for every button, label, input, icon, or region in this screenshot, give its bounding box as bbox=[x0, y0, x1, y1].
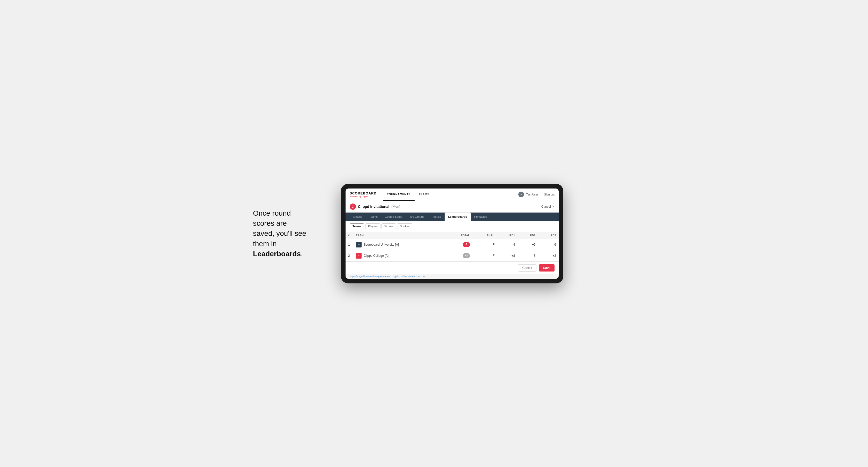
col-team: TEAM bbox=[353, 232, 445, 239]
cell-team: SU Scoreboard University [A] bbox=[353, 239, 445, 250]
tablet-device: SCOREBOARD Powered by clippd TOURNAMENTS… bbox=[341, 184, 563, 283]
bottom-bar: Cancel Save bbox=[345, 261, 559, 274]
description-text: Once round scores are saved, you'll see … bbox=[253, 209, 306, 258]
url-bar: https://stage-blue-coach.stagescorebard.… bbox=[345, 274, 559, 279]
cell-rd1: +8 bbox=[497, 250, 518, 261]
subtab-players[interactable]: Players bbox=[365, 223, 380, 229]
col-total: TOTAL bbox=[445, 232, 472, 239]
close-icon: ✕ bbox=[552, 205, 555, 209]
left-description: Once round scores are saved, you'll see … bbox=[253, 208, 326, 259]
cell-total: +3 bbox=[445, 250, 472, 261]
table-row: 2 C Clippd College [A] +3 F +8 -8 +3 bbox=[345, 250, 559, 261]
col-rd3: RD3 bbox=[538, 232, 559, 239]
tournament-type: (Men) bbox=[391, 205, 400, 209]
tab-details[interactable]: Details bbox=[350, 213, 366, 221]
user-name: Test User bbox=[526, 193, 538, 196]
tab-results[interactable]: Results bbox=[428, 213, 444, 221]
tournament-title-area: C Clippd Invitational (Men) bbox=[350, 204, 400, 210]
col-rd1: RD1 bbox=[497, 232, 518, 239]
subtab-teams[interactable]: Teams bbox=[350, 223, 364, 229]
cell-total: -5 bbox=[445, 239, 472, 250]
cell-team: C Clippd College [A] bbox=[353, 250, 445, 261]
subtab-scores[interactable]: Scores bbox=[381, 223, 396, 229]
tab-printables[interactable]: Printables bbox=[471, 213, 491, 221]
col-thru: THRU bbox=[472, 232, 497, 239]
tab-bar: Details Teams Course Setup Tee Groups Re… bbox=[345, 213, 559, 221]
nav-right: S Test User | Sign out bbox=[518, 192, 555, 197]
cell-rd2: -8 bbox=[518, 250, 538, 261]
col-rd2: RD2 bbox=[518, 232, 538, 239]
cell-rank: 2 bbox=[345, 250, 353, 261]
team-logo: C bbox=[356, 253, 362, 258]
cell-thru: F bbox=[472, 250, 497, 261]
cell-rd2: +5 bbox=[518, 239, 538, 250]
total-badge: -5 bbox=[463, 242, 470, 247]
nav-tournaments[interactable]: TOURNAMENTS bbox=[383, 188, 414, 201]
nav-links: TOURNAMENTS TEAMS bbox=[383, 188, 518, 201]
team-name: Scoreboard University [A] bbox=[364, 243, 399, 246]
cell-rd3: +3 bbox=[538, 250, 559, 261]
cancel-button-top[interactable]: Cancel ✕ bbox=[541, 205, 555, 209]
tablet-screen: SCOREBOARD Powered by clippd TOURNAMENTS… bbox=[345, 188, 559, 279]
user-avatar: S bbox=[518, 192, 524, 197]
cell-rank: 1 bbox=[345, 239, 353, 250]
tournament-name: Clippd Invitational bbox=[358, 205, 389, 209]
highlight-text: Leaderboards bbox=[253, 250, 301, 258]
leaderboard-table: # TEAM TOTAL THRU RD1 RD2 RD3 1 SU bbox=[345, 232, 559, 261]
cell-rd1: -4 bbox=[497, 239, 518, 250]
tab-teams[interactable]: Teams bbox=[366, 213, 381, 221]
url-text: https://stage-blue-coach.stagescorebard.… bbox=[350, 275, 425, 278]
table-row: 1 SU Scoreboard University [A] -5 F -4 +… bbox=[345, 239, 559, 250]
team-name: Clippd College [A] bbox=[364, 254, 389, 257]
tournament-icon: C bbox=[350, 204, 356, 210]
logo-area: SCOREBOARD Powered by clippd bbox=[350, 191, 377, 197]
cancel-button-bottom[interactable]: Cancel bbox=[518, 264, 536, 272]
cell-rd3: -6 bbox=[538, 239, 559, 250]
tab-leaderboards[interactable]: Leaderboards bbox=[444, 213, 471, 221]
sub-header: C Clippd Invitational (Men) Cancel ✕ bbox=[345, 201, 559, 213]
logo-text: SCOREBOARD bbox=[350, 191, 377, 195]
main-content: # TEAM TOTAL THRU RD1 RD2 RD3 1 SU bbox=[345, 232, 559, 261]
total-badge: +3 bbox=[463, 253, 470, 258]
powered-by: Powered by clippd bbox=[350, 195, 377, 197]
sub-tabs: Teams Players Scores Strokes bbox=[345, 221, 559, 232]
table-header-row: # TEAM TOTAL THRU RD1 RD2 RD3 bbox=[345, 232, 559, 239]
col-rank: # bbox=[345, 232, 353, 239]
subtab-strokes[interactable]: Strokes bbox=[397, 223, 412, 229]
save-button[interactable]: Save bbox=[539, 264, 555, 272]
team-logo: SU bbox=[356, 242, 362, 247]
tab-tee-groups[interactable]: Tee Groups bbox=[406, 213, 428, 221]
top-nav: SCOREBOARD Powered by clippd TOURNAMENTS… bbox=[345, 188, 559, 201]
tab-course-setup[interactable]: Course Setup bbox=[381, 213, 406, 221]
nav-teams[interactable]: TEAMS bbox=[414, 188, 433, 201]
sign-out-link[interactable]: Sign out bbox=[544, 193, 555, 196]
cell-thru: F bbox=[472, 239, 497, 250]
